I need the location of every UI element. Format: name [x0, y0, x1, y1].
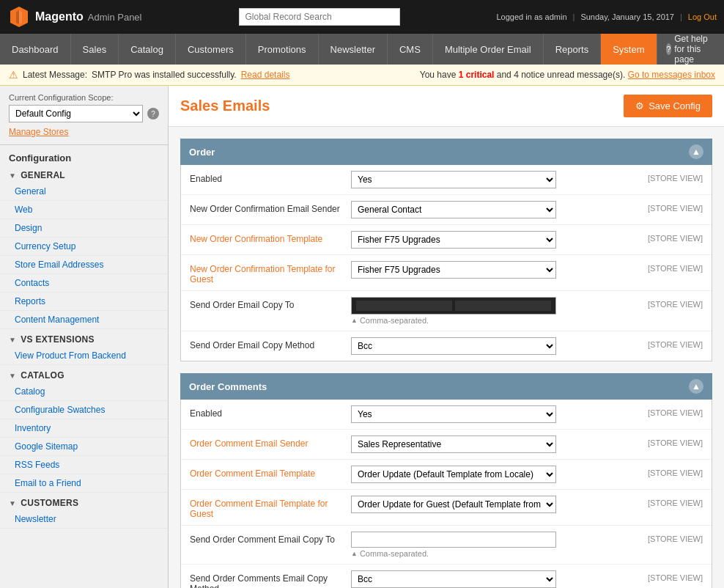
store-view-order-copy-to: [STORE VIEW]	[629, 297, 703, 309]
label-comments-template[interactable]: Order Comment Email Template	[190, 466, 351, 479]
logo-subtitle: Admin Panel	[88, 12, 142, 23]
sidebar-item-email-friend[interactable]: Email to a Friend	[0, 474, 168, 493]
collapse-order-comments-button[interactable]: ▲	[689, 379, 703, 394]
nav-catalog[interactable]: Catalog	[119, 34, 176, 65]
sidebar-item-content-management[interactable]: Content Management	[0, 311, 168, 329]
label-order-template-guest[interactable]: New Order Confirmation Template for Gues…	[190, 261, 351, 284]
nav-cms[interactable]: CMS	[388, 34, 433, 65]
select-comments-template-guest[interactable]: Order Update for Guest (Default Template…	[351, 496, 556, 513]
critical-count: 1 critical	[459, 70, 495, 80]
sidebar-item-contacts[interactable]: Contacts	[0, 274, 168, 293]
nav-sales[interactable]: Sales	[71, 34, 119, 65]
select-order-copy-method[interactable]: Bcc Separate Email	[351, 337, 556, 355]
store-view-comments-sender: [STORE VIEW]	[629, 436, 703, 447]
input-comments-copy-to[interactable]	[351, 532, 556, 548]
sidebar-item-currency-setup[interactable]: Currency Setup	[0, 238, 168, 256]
row-order-copy-to: Send Order Email Copy To ▲ Comma-separat…	[181, 291, 712, 331]
sidebar-item-google-sitemap[interactable]: Google Sitemap	[0, 438, 168, 456]
control-order-template-guest: Fisher F75 Upgrades	[351, 261, 629, 279]
sidebar-group-general-header[interactable]: ▼ GENERAL	[0, 168, 168, 183]
scope-help-icon[interactable]: ?	[147, 108, 159, 120]
section-order-label: Order	[189, 147, 215, 158]
label-comments-sender[interactable]: Order Comment Email Sender	[190, 436, 351, 449]
section-order-comments-header[interactable]: Order Comments ▲	[180, 373, 712, 400]
store-view-order-enabled: [STORE VIEW]	[629, 171, 703, 183]
page-title: Sales Emails	[180, 98, 270, 114]
sidebar-item-store-email[interactable]: Store Email Addresses	[0, 256, 168, 274]
main-content: Sales Emails ⚙ Save Config Order ▲ Enabl…	[169, 86, 724, 588]
sidebar-item-general[interactable]: General	[0, 183, 168, 201]
control-comments-copy-to: ▲ Comma-separated.	[351, 532, 629, 558]
header-info: Logged in as admin | Sunday, January 15,…	[497, 12, 717, 21]
label-comments-enabled: Enabled	[190, 405, 351, 419]
label-comments-template-guest[interactable]: Order Comment Email Template for Guest	[190, 496, 351, 519]
store-view-comments-copy-to: [STORE VIEW]	[629, 532, 703, 543]
sidebar-item-inventory[interactable]: Inventory	[0, 419, 168, 438]
store-view-order-template-guest: [STORE VIEW]	[629, 261, 703, 273]
section-order-body: Enabled YesNo [STORE VIEW] New Order Con…	[180, 165, 712, 361]
arrow-icon: ▼	[9, 499, 16, 507]
msg-right-text: You have	[420, 70, 457, 80]
label-comments-copy-to: Send Order Comment Email Copy To	[190, 532, 351, 545]
control-comments-template-guest: Order Update for Guest (Default Template…	[351, 496, 629, 513]
sidebar-group-customers-header[interactable]: ▼ CUSTOMERS	[0, 496, 168, 510]
order-copy-to-redacted	[351, 297, 556, 315]
sidebar-group-catalog-header[interactable]: ▼ CATALOG	[0, 368, 168, 383]
logo-area: Magento Admin Panel	[7, 5, 142, 29]
sidebar-heading: Configuration	[0, 145, 168, 168]
nav-help[interactable]: ? Get help for this page	[657, 34, 724, 65]
select-comments-enabled[interactable]: YesNo	[351, 405, 556, 423]
help-icon: ?	[666, 43, 672, 55]
select-order-enabled[interactable]: YesNo	[351, 171, 556, 188]
select-order-template[interactable]: Fisher F75 Upgrades	[351, 231, 556, 249]
main-nav: Dashboard Sales Catalog Customers Promot…	[0, 34, 724, 65]
sidebar-item-rss-feeds[interactable]: RSS Feeds	[0, 456, 168, 474]
control-order-copy-to: ▲ Comma-separated.	[351, 297, 629, 325]
nav-reports[interactable]: Reports	[544, 34, 602, 65]
scope-select[interactable]: Default Config	[9, 105, 143, 122]
nav-dashboard[interactable]: Dashboard	[0, 34, 71, 65]
logged-in-label: Logged in as admin	[497, 12, 567, 21]
sidebar-item-web[interactable]: Web	[0, 201, 168, 219]
section-order: Order ▲ Enabled YesNo [STORE VIEW] New	[180, 139, 712, 361]
section-order-header[interactable]: Order ▲	[180, 139, 712, 165]
nav-newsletter[interactable]: Newsletter	[319, 34, 388, 65]
label-comments-copy-method: Send Order Comments Email Copy Method	[190, 570, 351, 588]
scope-label: Current Configuration Scope:	[9, 93, 159, 102]
save-config-button[interactable]: ⚙ Save Config	[624, 95, 712, 117]
label-order-template[interactable]: New Order Confirmation Template	[190, 231, 351, 244]
notice-count: 4	[514, 70, 519, 80]
sidebar-group-vs-header[interactable]: ▼ VS EXTENSIONS	[0, 332, 168, 347]
section-order-comments-body: Enabled YesNo [STORE VIEW] Order Comment…	[180, 400, 712, 588]
messages-inbox-link[interactable]: Go to messages inbox	[628, 70, 715, 80]
control-comments-sender: Sales Representative General Contact	[351, 436, 629, 453]
group-vs-label: VS EXTENSIONS	[21, 334, 95, 345]
sidebar-group-catalog: ▼ CATALOG Catalog Configurable Swatches …	[0, 368, 168, 493]
nav-customers[interactable]: Customers	[176, 34, 246, 65]
arrow-icon: ▼	[9, 336, 16, 344]
select-order-sender[interactable]: General Contact Sales Representative	[351, 201, 556, 218]
nav-promotions[interactable]: Promotions	[246, 34, 319, 65]
sidebar-item-configurable-swatches[interactable]: Configurable Swatches	[0, 401, 168, 419]
label-order-enabled: Enabled	[190, 171, 351, 184]
label-order-copy-method: Send Order Email Copy Method	[190, 337, 351, 350]
sidebar-item-reports[interactable]: Reports	[0, 293, 168, 311]
search-input[interactable]	[239, 8, 400, 26]
read-details-link[interactable]: Read details	[241, 70, 290, 80]
collapse-order-button[interactable]: ▲	[689, 144, 703, 159]
nav-system[interactable]: System	[601, 34, 657, 65]
manage-stores-link[interactable]: Manage Stores	[9, 127, 159, 137]
store-view-comments-template: [STORE VIEW]	[629, 466, 703, 477]
select-comments-copy-method[interactable]: Bcc Separate Email	[351, 570, 556, 588]
sidebar-group-vs-extensions: ▼ VS EXTENSIONS View Product From Backen…	[0, 332, 168, 365]
row-comments-template-guest: Order Comment Email Template for Guest O…	[181, 490, 712, 526]
select-order-template-guest[interactable]: Fisher F75 Upgrades	[351, 261, 556, 279]
select-comments-sender[interactable]: Sales Representative General Contact	[351, 436, 556, 453]
sidebar-item-catalog[interactable]: Catalog	[0, 383, 168, 401]
sidebar-item-design[interactable]: Design	[0, 219, 168, 238]
sidebar-item-view-product[interactable]: View Product From Backend	[0, 347, 168, 365]
sidebar-item-newsletter[interactable]: Newsletter	[0, 510, 168, 529]
select-comments-template[interactable]: Order Update (Default Template from Loca…	[351, 466, 556, 483]
logout-link[interactable]: Log Out	[688, 12, 717, 21]
nav-multiple-order-email[interactable]: Multiple Order Email	[433, 34, 544, 65]
